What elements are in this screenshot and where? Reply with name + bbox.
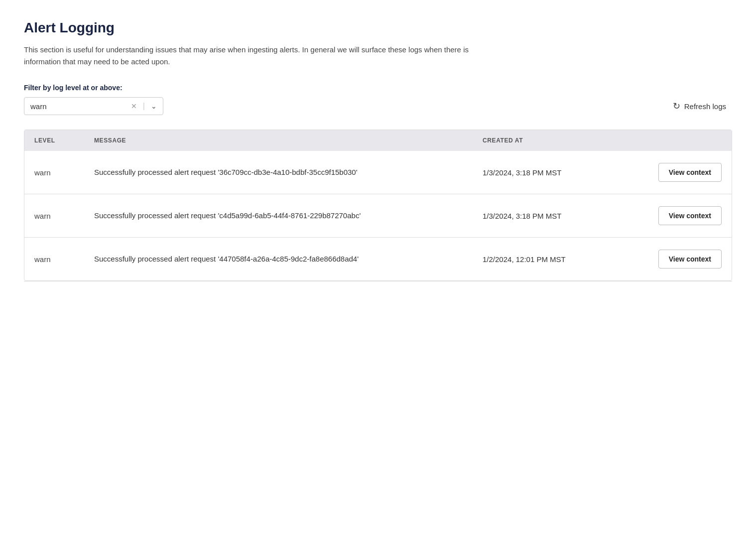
- page-description: This section is useful for understanding…: [24, 44, 472, 68]
- page-title: Alert Logging: [24, 20, 732, 36]
- cell-created-at: 1/2/2024, 12:01 PM MST: [483, 255, 622, 264]
- filter-row: warn ✕ | ⌄ ↻ Refresh logs: [24, 97, 732, 116]
- filter-select-value: warn: [30, 102, 127, 111]
- filter-label: Filter by log level at or above:: [24, 84, 732, 92]
- cell-created-at: 1/3/2024, 3:18 PM MST: [483, 168, 622, 177]
- column-header-level: LEVEL: [34, 137, 94, 144]
- cell-level: warn: [34, 255, 94, 264]
- cell-level: warn: [34, 168, 94, 177]
- cell-message: Successfully processed alert request '36…: [94, 167, 483, 178]
- view-context-button[interactable]: View context: [658, 250, 722, 269]
- cell-message: Successfully processed alert request 'c4…: [94, 210, 483, 222]
- logs-table: LEVEL MESSAGE CREATED AT warn Successful…: [24, 130, 732, 281]
- cell-message: Successfully processed alert request '44…: [94, 254, 483, 265]
- cell-action: View context: [622, 206, 722, 225]
- cell-level: warn: [34, 212, 94, 220]
- table-body: warn Successfully processed alert reques…: [24, 151, 732, 280]
- cell-action: View context: [622, 163, 722, 182]
- column-header-message: MESSAGE: [94, 137, 483, 144]
- chevron-down-icon[interactable]: ⌄: [151, 102, 157, 110]
- bottom-divider: [24, 281, 732, 281]
- table-row: warn Successfully processed alert reques…: [24, 151, 732, 194]
- select-divider: |: [143, 102, 145, 111]
- column-header-created-at: CREATED AT: [483, 137, 622, 144]
- refresh-button-label: Refresh logs: [684, 102, 726, 111]
- refresh-logs-button[interactable]: ↻ Refresh logs: [667, 97, 732, 116]
- refresh-icon: ↻: [673, 101, 680, 112]
- table-header: LEVEL MESSAGE CREATED AT: [24, 130, 732, 151]
- cell-created-at: 1/3/2024, 3:18 PM MST: [483, 212, 622, 220]
- view-context-button[interactable]: View context: [658, 163, 722, 182]
- view-context-button[interactable]: View context: [658, 206, 722, 225]
- log-level-select[interactable]: warn ✕ | ⌄: [24, 97, 163, 115]
- table-row: warn Successfully processed alert reques…: [24, 237, 732, 280]
- table-row: warn Successfully processed alert reques…: [24, 194, 732, 237]
- clear-filter-icon[interactable]: ✕: [131, 102, 137, 110]
- column-header-action: [622, 137, 722, 144]
- cell-action: View context: [622, 250, 722, 269]
